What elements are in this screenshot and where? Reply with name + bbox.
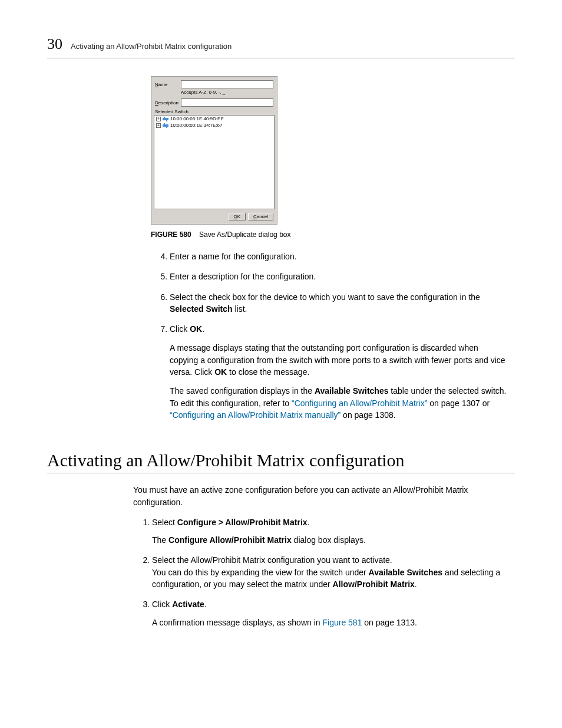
expand-icon[interactable]: + — [156, 117, 161, 121]
name-hint: Accepts A-Z, 0-9, -, _ — [181, 90, 277, 97]
step-6: Select the check box for the device to w… — [170, 291, 507, 315]
step-5: Enter a description for the configuratio… — [170, 271, 507, 282]
expand-icon[interactable]: + — [156, 123, 161, 128]
link-configuring-matrix[interactable]: “Configuring an Allow/Prohibit Matrix” — [292, 398, 427, 408]
dialog-figure: Name Accepts A-Z, 0-9, -, _ Description … — [151, 76, 515, 225]
switch-wwn: 10:00:00:00:1E:34:7E:67 — [170, 123, 223, 128]
switch-icon — [163, 117, 168, 121]
description-row: Description — [151, 97, 277, 108]
step-4: Enter a name for the configuration. — [170, 251, 507, 262]
step-2: Select the Allow/Prohibit Matrix configu… — [152, 554, 507, 590]
cancel-button[interactable]: Cancel — [248, 213, 273, 220]
figure-text: Save As/Duplicate dialog box — [199, 230, 290, 239]
svg-rect-1 — [164, 117, 165, 118]
steps-list-lower: Select Configure > Allow/Prohibit Matrix… — [135, 516, 515, 628]
step-3: Click Activate. A confirmation message d… — [152, 598, 507, 628]
section-heading: Activating an Allow/Prohibit Matrix conf… — [47, 450, 515, 470]
figure-caption: FIGURE 580 Save As/Duplicate dialog box — [151, 230, 515, 239]
dialog-button-row: OK Cancel — [151, 209, 277, 224]
section-rule — [47, 473, 515, 473]
switch-wwn: 10:00:00:05:1E:40:9D:EE — [170, 116, 224, 121]
header-rule — [47, 58, 515, 58]
list-item[interactable]: + 10:00:00:00:1E:34:7E:67 — [154, 122, 274, 129]
name-input[interactable] — [181, 80, 273, 88]
step-3-para: A confirmation message displays, as show… — [152, 617, 507, 628]
step-1: Select Configure > Allow/Prohibit Matrix… — [152, 516, 507, 546]
svg-rect-4 — [164, 123, 165, 124]
figure-number: FIGURE 580 — [151, 230, 191, 239]
chapter-number: 30 — [47, 35, 62, 53]
ok-button[interactable]: OK — [229, 213, 246, 220]
list-item[interactable]: + 10:00:00:05:1E:40:9D:EE — [154, 116, 274, 122]
selected-switch-label: Selected Switch — [151, 108, 277, 115]
selected-switch-list[interactable]: + 10:00:00:05:1E:40:9D:EE + 10:00:00:00:… — [154, 115, 275, 209]
page-header: 30 Activating an Allow/Prohibit Matrix c… — [47, 35, 515, 53]
section-intro: You must have an active zone configurati… — [133, 484, 507, 508]
switch-icon — [163, 123, 168, 128]
link-figure-581[interactable]: Figure 581 — [322, 618, 362, 627]
step-7-para-1: A message displays stating that the outs… — [170, 342, 507, 378]
svg-rect-2 — [166, 120, 167, 121]
save-as-dialog: Name Accepts A-Z, 0-9, -, _ Description … — [151, 76, 277, 225]
svg-rect-3 — [163, 124, 168, 127]
description-label: Description — [155, 100, 181, 106]
svg-rect-0 — [163, 118, 168, 120]
name-label: Name — [155, 82, 181, 87]
steps-list-upper: Enter a name for the configuration. Ente… — [153, 251, 515, 421]
step-7: Click OK. A message displays stating tha… — [170, 323, 507, 421]
header-title: Activating an Allow/Prohibit Matrix conf… — [71, 42, 232, 51]
step-7-para-2: The saved configuration displays in the … — [170, 385, 507, 421]
link-configuring-matrix-manually[interactable]: “Configuring an Allow/Prohibit Matrix ma… — [170, 410, 340, 420]
description-input[interactable] — [181, 98, 273, 107]
step-1-para: The Configure Allow/Prohibit Matrix dial… — [152, 534, 507, 546]
svg-rect-5 — [166, 127, 167, 128]
name-row: Name — [151, 79, 277, 90]
